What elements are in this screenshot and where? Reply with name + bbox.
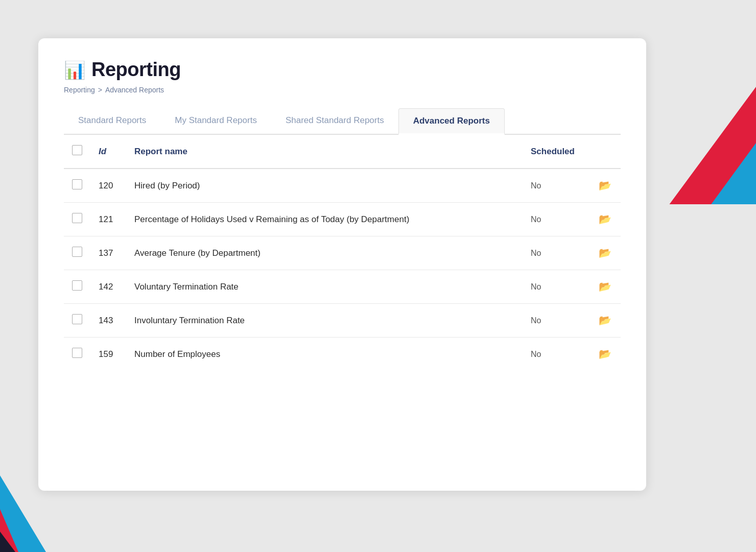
- table-row: 137 Average Tenure (by Department) No 📂: [64, 236, 621, 270]
- row-scheduled-4: No: [523, 304, 589, 338]
- col-header-report-name: Report name: [126, 135, 523, 169]
- row-report-name-5: Number of Employees: [126, 338, 523, 371]
- row-scheduled-2: No: [523, 236, 589, 270]
- tab-my-standard-reports[interactable]: My Standard Reports: [160, 108, 271, 135]
- breadcrumb-current: Advanced Reports: [105, 86, 164, 94]
- folder-icon-0: 📂: [599, 179, 611, 191]
- run-report-button-5[interactable]: 📂: [597, 348, 612, 359]
- table-row: 159 Number of Employees No 📂: [64, 338, 621, 371]
- table-row: 143 Involuntary Termination Rate No 📂: [64, 304, 621, 338]
- row-id-1: 121: [90, 203, 126, 236]
- page-wrapper: 📊 Reporting Reporting > Advanced Reports…: [0, 0, 756, 552]
- row-checkbox-cell-2: [64, 236, 90, 270]
- row-scheduled-5: No: [523, 338, 589, 371]
- run-report-button-1[interactable]: 📂: [597, 213, 612, 225]
- main-card: 📊 Reporting Reporting > Advanced Reports…: [38, 38, 646, 491]
- row-scheduled-0: No: [523, 169, 589, 203]
- row-checkbox-cell-0: [64, 169, 90, 203]
- col-header-scheduled: Scheduled: [523, 135, 589, 169]
- row-checkbox-cell-5: [64, 338, 90, 371]
- row-checkbox-5[interactable]: [72, 348, 82, 358]
- row-checkbox-3[interactable]: [72, 280, 82, 291]
- row-action-0: 📂: [589, 169, 621, 203]
- page-title: Reporting: [91, 59, 181, 81]
- run-report-button-0[interactable]: 📂: [597, 180, 612, 191]
- page-title-icon: 📊: [64, 60, 85, 80]
- folder-icon-1: 📂: [599, 213, 611, 225]
- col-header-action: [589, 135, 621, 169]
- row-checkbox-cell-1: [64, 203, 90, 236]
- row-id-5: 159: [90, 338, 126, 371]
- folder-icon-3: 📂: [599, 280, 611, 293]
- tab-standard-reports[interactable]: Standard Reports: [64, 108, 160, 135]
- tabs-container: Standard Reports My Standard Reports Sha…: [64, 108, 621, 135]
- row-id-3: 142: [90, 270, 126, 304]
- row-checkbox-0[interactable]: [72, 179, 82, 189]
- folder-icon-5: 📂: [599, 348, 611, 360]
- folder-icon-2: 📂: [599, 247, 611, 259]
- row-action-1: 📂: [589, 203, 621, 236]
- row-id-2: 137: [90, 236, 126, 270]
- breadcrumb-separator: >: [98, 86, 102, 94]
- report-table: Id Report name Scheduled 120 Hired (by P…: [64, 135, 621, 371]
- breadcrumb-parent-link[interactable]: Reporting: [64, 86, 95, 94]
- row-checkbox-1[interactable]: [72, 213, 82, 223]
- row-report-name-1: Percentage of Holidays Used v Remaining …: [126, 203, 523, 236]
- row-action-3: 📂: [589, 270, 621, 304]
- run-report-button-2[interactable]: 📂: [597, 247, 612, 258]
- row-report-name-3: Voluntary Termination Rate: [126, 270, 523, 304]
- select-all-checkbox[interactable]: [72, 145, 82, 155]
- row-report-name-2: Average Tenure (by Department): [126, 236, 523, 270]
- table-row: 142 Voluntary Termination Rate No 📂: [64, 270, 621, 304]
- table-row: 120 Hired (by Period) No 📂: [64, 169, 621, 203]
- row-scheduled-1: No: [523, 203, 589, 236]
- row-report-name-4: Involuntary Termination Rate: [126, 304, 523, 338]
- run-report-button-3[interactable]: 📂: [597, 281, 612, 292]
- tab-advanced-reports[interactable]: Advanced Reports: [398, 108, 505, 135]
- col-header-id: Id: [90, 135, 126, 169]
- row-checkbox-4[interactable]: [72, 314, 82, 324]
- row-checkbox-cell-3: [64, 270, 90, 304]
- row-action-2: 📂: [589, 236, 621, 270]
- col-header-checkbox: [64, 135, 90, 169]
- folder-icon-4: 📂: [599, 314, 611, 326]
- breadcrumb: Reporting > Advanced Reports: [64, 86, 621, 94]
- row-checkbox-cell-4: [64, 304, 90, 338]
- row-report-name-0: Hired (by Period): [126, 169, 523, 203]
- run-report-button-4[interactable]: 📂: [597, 315, 612, 326]
- row-action-4: 📂: [589, 304, 621, 338]
- table-header-row: Id Report name Scheduled: [64, 135, 621, 169]
- page-header: 📊 Reporting: [64, 59, 621, 81]
- table-row: 121 Percentage of Holidays Used v Remain…: [64, 203, 621, 236]
- row-checkbox-2[interactable]: [72, 247, 82, 257]
- row-scheduled-3: No: [523, 270, 589, 304]
- tab-shared-standard-reports[interactable]: Shared Standard Reports: [271, 108, 398, 135]
- row-id-0: 120: [90, 169, 126, 203]
- row-id-4: 143: [90, 304, 126, 338]
- row-action-5: 📂: [589, 338, 621, 371]
